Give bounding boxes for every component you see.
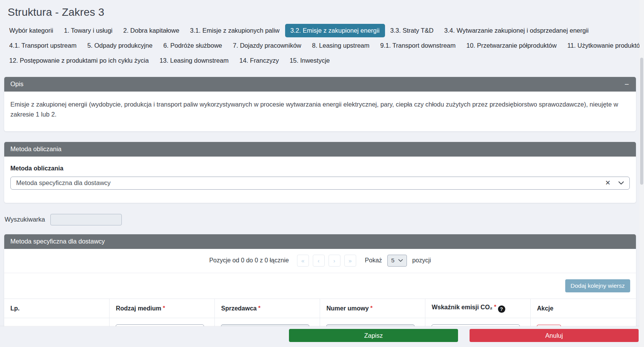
pagination-last-button[interactable]: » — [344, 255, 356, 267]
metoda-field-label: Metoda obliczania — [10, 165, 630, 172]
required-icon: * — [494, 303, 496, 310]
tab-leasing-downstream[interactable]: 13. Leasing downstream — [154, 54, 234, 67]
tab-uzytkowanie-produktow[interactable]: 11. Użytkowanie produktów — [562, 39, 644, 52]
metoda-select-value: Metoda specyficzna dla dostawcy — [16, 179, 111, 187]
tab-emisje-z-zakupionej-energii-active[interactable]: 3.2. Emisje z zakupionej energii — [285, 24, 385, 37]
table-panel-header: Metoda specyficzna dla dostawcy — [4, 234, 636, 249]
pagination-prev-button[interactable]: ‹ — [313, 255, 325, 267]
metoda-obliczania-panel: Metoda obliczania Metoda obliczania Meto… — [4, 142, 636, 203]
column-label: Lp. — [10, 305, 20, 312]
search-row: Wyszukiwarka — [5, 214, 636, 225]
page-content: Struktura - Zakres 3 Wybór kategorii 1. … — [4, 0, 636, 347]
table-header-row: Lp. Rodzaj medium* Sprzedawca* Numer umo… — [4, 299, 636, 318]
column-label: Sprzedawca — [221, 305, 256, 312]
column-label: Rodzaj medium — [116, 305, 161, 312]
tab-transport-upstream[interactable]: 4.1. Transport upstream — [4, 39, 82, 52]
column-label: Akcje — [537, 305, 553, 312]
tab-dojazdy-pracownikow[interactable]: 7. Dojazdy pracowników — [227, 39, 307, 52]
metoda-select-icons: ✕ — [605, 179, 624, 187]
tab-wytwarzanie-energii[interactable]: 3.4. Wytwarzanie zakupionej i odsprzedan… — [439, 24, 594, 37]
clear-icon[interactable]: ✕ — [605, 179, 611, 187]
opis-panel-header[interactable]: Opis − — [4, 77, 636, 92]
page-size-label: Pokaż — [365, 257, 382, 264]
tab-emisje-z-zakupionych-paliw[interactable]: 3.1. Emisje z zakupionych paliw — [185, 24, 285, 37]
tab-row-1: Wybór kategorii 1. Towary i usługi 2. Do… — [4, 24, 636, 37]
save-button[interactable]: Zapisz — [289, 329, 458, 342]
tab-wybor-kategorii[interactable]: Wybór kategorii — [4, 24, 58, 37]
vertical-scrollbar[interactable] — [639, 0, 644, 347]
tab-dobra-kapitalowe[interactable]: 2. Dobra kapitałowe — [118, 24, 185, 37]
page-size-suffix: pozycji — [412, 257, 431, 264]
tab-transport-downstream[interactable]: 9.1. Transport downstream — [375, 39, 461, 52]
tab-leasing-upstream[interactable]: 8. Leasing upstream — [307, 39, 375, 52]
pagination-info: Pozycje od 0 do 0 z 0 łącznie — [209, 257, 289, 264]
tab-inwestycje[interactable]: 15. Inwestycje — [284, 54, 335, 67]
column-label: Numer umowy — [326, 305, 368, 312]
tab-podroze-sluzbowe[interactable]: 6. Podróże służbowe — [158, 39, 227, 52]
tab-odpady-produkcyjne[interactable]: 5. Odpady produkcyjne — [82, 39, 158, 52]
opis-panel: Opis − Emisje z zakupionej energii (wydo… — [4, 77, 636, 132]
opis-panel-title: Opis — [10, 80, 23, 88]
column-header-lp: Lp. — [4, 299, 110, 318]
column-header-wskaznik-emisji: Wskaźnik emisji CO₂*? — [425, 299, 531, 318]
pagination-first-button[interactable]: « — [297, 255, 309, 267]
collapse-icon[interactable]: − — [624, 82, 630, 87]
tab-towary-i-uslugi[interactable]: 1. Towary i usługi — [58, 24, 118, 37]
chevron-down-icon — [398, 259, 403, 262]
required-icon: * — [163, 304, 165, 311]
required-icon: * — [370, 304, 373, 311]
tab-franczyzy[interactable]: 14. Franczyzy — [234, 54, 284, 67]
search-input[interactable] — [50, 214, 122, 225]
required-icon: * — [258, 304, 261, 311]
tab-row-2: 4.1. Transport upstream 5. Odpady produk… — [4, 39, 636, 52]
metoda-panel-header: Metoda obliczania — [4, 142, 636, 157]
tab-row-3: 12. Postępowanie z produktami po ich cyk… — [4, 54, 636, 67]
search-label: Wyszukiwarka — [5, 216, 45, 223]
page-size-value: 5 — [391, 257, 395, 264]
cancel-button[interactable]: Anuluj — [470, 329, 639, 342]
column-header-numer-umowy: Numer umowy* — [320, 299, 425, 318]
column-header-rodzaj-medium: Rodzaj medium* — [110, 299, 215, 318]
form-footer: Zapisz Anuluj — [0, 326, 644, 347]
column-label: Wskaźnik emisji CO₂ — [432, 304, 492, 310]
tab-przetwarzanie-polproduktow[interactable]: 10. Przetwarzanie półproduktów — [461, 39, 562, 52]
scrollbar-thumb[interactable] — [640, 58, 643, 185]
metoda-panel-title: Metoda obliczania — [10, 145, 61, 153]
help-icon[interactable]: ? — [498, 305, 505, 313]
column-header-sprzedawca: Sprzedawca* — [215, 299, 320, 318]
metoda-panel-body: Metoda obliczania Metoda specyficzna dla… — [4, 157, 636, 203]
opis-description: Emisje z zakupionej energii (wydobycie, … — [4, 92, 636, 131]
chevron-down-icon[interactable] — [618, 181, 624, 185]
tab-postepowanie-z-produktami[interactable]: 12. Postępowanie z produktami po ich cyk… — [4, 54, 154, 67]
pagination-row: Pozycje od 0 do 0 z 0 łącznie « ‹ › » Po… — [4, 249, 636, 273]
page-title: Struktura - Zakres 3 — [8, 6, 636, 18]
tab-straty-td[interactable]: 3.3. Straty T&D — [385, 24, 439, 37]
column-header-akcje: Akcje — [531, 299, 636, 318]
category-tabs: Wybór kategorii 1. Towary i usługi 2. Do… — [4, 24, 636, 67]
add-row-button[interactable]: Dodaj kolejny wiersz — [565, 279, 630, 292]
pagination-next-button[interactable]: › — [329, 255, 340, 267]
metoda-select[interactable]: Metoda specyficzna dla dostawcy ✕ — [10, 177, 630, 190]
add-row-bar: Dodaj kolejny wiersz — [4, 273, 636, 299]
page-size-select[interactable]: 5 — [387, 255, 407, 267]
table-panel-title: Metoda specyficzna dla dostawcy — [10, 238, 105, 245]
